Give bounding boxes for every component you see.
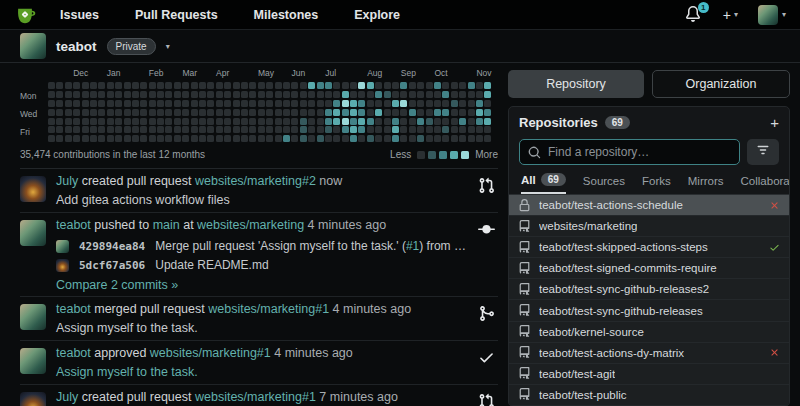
heatmap-cell[interactable] (241, 126, 248, 133)
heatmap-cell[interactable] (90, 118, 97, 125)
heatmap-cell[interactable] (350, 109, 357, 116)
heatmap-cell[interactable] (384, 118, 391, 125)
heatmap-cell[interactable] (82, 118, 89, 125)
heatmap-cell[interactable] (426, 82, 433, 89)
heatmap-cell[interactable] (182, 91, 189, 98)
heatmap-cell[interactable] (149, 135, 156, 142)
heatmap-cell[interactable] (157, 91, 164, 98)
heatmap-cell[interactable] (451, 82, 458, 89)
heatmap-cell[interactable] (283, 82, 290, 89)
heatmap-cell[interactable] (140, 109, 147, 116)
heatmap-cell[interactable] (300, 100, 307, 107)
heatmap-cell[interactable] (98, 100, 105, 107)
repo-filter-all[interactable]: All69 (521, 173, 566, 194)
feed-link[interactable]: #1 (406, 239, 419, 253)
heatmap-cell[interactable] (451, 109, 458, 116)
heatmap-cell[interactable] (434, 91, 441, 98)
heatmap-cell[interactable] (342, 118, 349, 125)
heatmap-cell[interactable] (165, 126, 172, 133)
heatmap-cell[interactable] (124, 135, 131, 142)
heatmap-cell[interactable] (124, 126, 131, 133)
heatmap-cell[interactable] (165, 82, 172, 89)
heatmap-cell[interactable] (300, 91, 307, 98)
heatmap-cell[interactable] (384, 135, 391, 142)
heatmap-cell[interactable] (207, 82, 214, 89)
heatmap-cell[interactable] (358, 135, 365, 142)
heatmap-cell[interactable] (224, 126, 231, 133)
heatmap-cell[interactable] (233, 91, 240, 98)
heatmap-cell[interactable] (90, 135, 97, 142)
feed-link[interactable]: websites/marketing#2 (195, 174, 316, 188)
heatmap-cell[interactable] (283, 91, 290, 98)
heatmap-cell[interactable] (325, 109, 332, 116)
heatmap-cell[interactable] (350, 135, 357, 142)
tab-organization[interactable]: Organization (652, 70, 790, 98)
heatmap-cell[interactable] (149, 118, 156, 125)
heatmap-cell[interactable] (367, 109, 374, 116)
heatmap-cell[interactable] (476, 135, 483, 142)
heatmap-cell[interactable] (140, 82, 147, 89)
heatmap-cell[interactable] (459, 126, 466, 133)
heatmap-cell[interactable] (317, 135, 324, 142)
heatmap-cell[interactable] (426, 126, 433, 133)
heatmap-cell[interactable] (157, 100, 164, 107)
heatmap-cell[interactable] (174, 126, 181, 133)
heatmap-cell[interactable] (291, 118, 298, 125)
heatmap-cell[interactable] (90, 109, 97, 116)
heatmap-cell[interactable] (350, 126, 357, 133)
repo-filter-mirrors[interactable]: Mirrors (688, 175, 724, 193)
heatmap-cell[interactable] (165, 100, 172, 107)
heatmap-cell[interactable] (241, 100, 248, 107)
actor-avatar[interactable] (20, 176, 46, 202)
heatmap-cell[interactable] (65, 100, 72, 107)
repo-list-item[interactable]: teabot/test-sync-github-releases2 (509, 279, 789, 300)
heatmap-cell[interactable] (90, 100, 97, 107)
heatmap-cell[interactable] (291, 126, 298, 133)
heatmap-cell[interactable] (207, 118, 214, 125)
heatmap-cell[interactable] (98, 82, 105, 89)
heatmap-cell[interactable] (132, 126, 139, 133)
contribution-heatmap[interactable]: MonWedFri (48, 82, 498, 142)
heatmap-cell[interactable] (115, 135, 122, 142)
repo-list-item[interactable]: teabot/test-actions-dy-matrix (509, 343, 789, 364)
heatmap-cell[interactable] (132, 135, 139, 142)
heatmap-cell[interactable] (283, 100, 290, 107)
heatmap-cell[interactable] (73, 109, 80, 116)
heatmap-cell[interactable] (275, 126, 282, 133)
heatmap-cell[interactable] (73, 100, 80, 107)
heatmap-cell[interactable] (392, 118, 399, 125)
feed-entry-body[interactable]: Assign myself to the task. (56, 365, 468, 380)
heatmap-cell[interactable] (451, 126, 458, 133)
heatmap-cell[interactable] (392, 109, 399, 116)
heatmap-cell[interactable] (140, 100, 147, 107)
heatmap-cell[interactable] (275, 135, 282, 142)
heatmap-cell[interactable] (140, 118, 147, 125)
heatmap-cell[interactable] (258, 91, 265, 98)
heatmap-cell[interactable] (300, 135, 307, 142)
heatmap-cell[interactable] (249, 135, 256, 142)
commit-sha[interactable]: 429894ea84 (79, 239, 145, 254)
heatmap-cell[interactable] (442, 118, 449, 125)
heatmap-cell[interactable] (165, 91, 172, 98)
heatmap-cell[interactable] (216, 91, 223, 98)
heatmap-cell[interactable] (308, 82, 315, 89)
heatmap-cell[interactable] (224, 118, 231, 125)
heatmap-cell[interactable] (409, 126, 416, 133)
heatmap-cell[interactable] (409, 91, 416, 98)
repo-list-item[interactable]: teabot/test-agit (509, 364, 789, 385)
heatmap-cell[interactable] (459, 91, 466, 98)
heatmap-cell[interactable] (350, 100, 357, 107)
heatmap-cell[interactable] (275, 100, 282, 107)
heatmap-cell[interactable] (191, 100, 198, 107)
heatmap-cell[interactable] (107, 135, 114, 142)
heatmap-cell[interactable] (426, 100, 433, 107)
heatmap-cell[interactable] (409, 135, 416, 142)
heatmap-cell[interactable] (476, 100, 483, 107)
heatmap-cell[interactable] (82, 82, 89, 89)
heatmap-cell[interactable] (98, 109, 105, 116)
heatmap-cell[interactable] (56, 109, 63, 116)
heatmap-cell[interactable] (224, 91, 231, 98)
heatmap-cell[interactable] (199, 135, 206, 142)
actor-avatar[interactable] (20, 220, 46, 246)
heatmap-cell[interactable] (56, 100, 63, 107)
